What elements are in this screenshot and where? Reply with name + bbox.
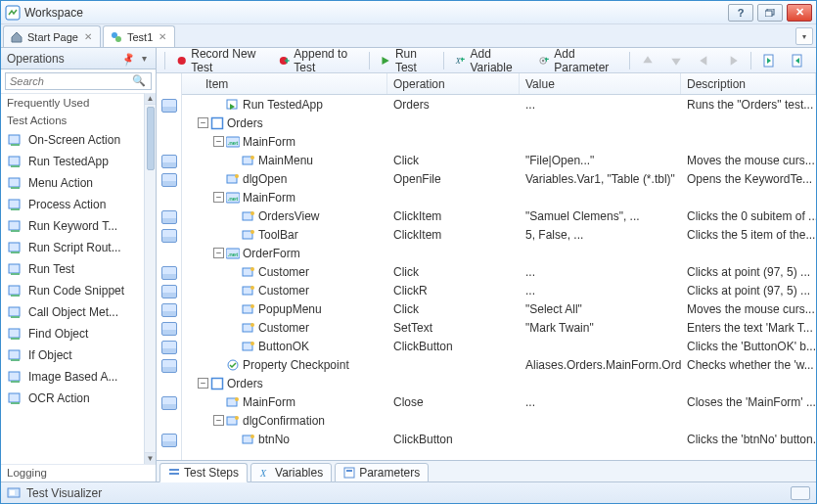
test-toolbar: Record New Test Append to Test Run Test … — [157, 48, 816, 73]
grid-row[interactable]: btnNoClickButtonClicks the 'btnNo' butto… — [182, 430, 816, 448]
record-new-test-button[interactable]: Record New Test — [170, 51, 270, 70]
grid-row[interactable]: ButtonOKClickButtonClicks the 'ButtonOK'… — [182, 337, 816, 355]
operation-item[interactable]: Image Based A... — [1, 366, 144, 388]
scroll-down-icon[interactable]: ▼ — [145, 452, 156, 464]
thumbnail-cell[interactable] — [157, 170, 181, 189]
thumbnail-cell[interactable] — [157, 96, 181, 115]
expand-toggle[interactable]: − — [198, 117, 208, 128]
row-value: ... — [520, 395, 681, 409]
col-item[interactable]: Item — [182, 73, 387, 94]
expand-toggle[interactable]: − — [213, 415, 224, 426]
thumbnail-cell[interactable] — [157, 226, 181, 245]
add-variable-button[interactable]: X Add Variable — [449, 51, 530, 70]
operation-item[interactable]: If Object — [1, 344, 144, 366]
row-value: Variables.Var1, "Table (*.tbl)" — [520, 172, 681, 186]
thumbnail-cell[interactable] — [157, 152, 181, 170]
thumbnail-cell[interactable] — [157, 319, 181, 338]
col-operation[interactable]: Operation — [387, 73, 520, 94]
add-parameter-button[interactable]: Add Parameter — [533, 51, 624, 70]
operation-item[interactable]: Run Script Rout... — [1, 237, 144, 258]
move-up-button[interactable] — [635, 51, 660, 70]
scroll-up-icon[interactable]: ▲ — [145, 93, 156, 105]
thumbnail-cell[interactable] — [157, 282, 181, 300]
tab-parameters[interactable]: Parameters — [335, 463, 429, 482]
thumbnail-cell[interactable] — [157, 207, 181, 226]
thumbnail-cell[interactable] — [157, 338, 181, 356]
run-test-button[interactable]: Run Test — [374, 51, 438, 70]
visualizer-expand-button[interactable] — [791, 486, 810, 500]
grid-row[interactable]: ToolBarClickItem5, False, ...Clicks the … — [182, 225, 816, 244]
grid-row[interactable]: −Orders — [182, 114, 816, 132]
grid-row[interactable]: −Orders — [182, 374, 816, 392]
help-button[interactable]: ? — [728, 4, 753, 22]
row-icon — [226, 395, 240, 409]
thumbnail-cell[interactable] — [157, 431, 181, 449]
thumbnail-cell[interactable] — [157, 263, 181, 282]
grid-row[interactable]: CustomerClick...Clicks at point (97, 5) … — [182, 262, 816, 281]
operation-item[interactable]: Run Test — [1, 258, 144, 280]
operation-item[interactable]: Call Object Met... — [1, 301, 144, 323]
expand-toggle[interactable]: − — [213, 248, 224, 258]
grid-row[interactable]: Run TestedAppOrders...Runs the "Orders" … — [182, 95, 816, 114]
grid-row[interactable]: CustomerSetText"Mark Twain"Enters the te… — [182, 318, 816, 337]
group-test-actions[interactable]: Test Actions — [1, 112, 144, 129]
grid-row[interactable]: −.netMainForm — [182, 132, 816, 151]
logging-group-header[interactable]: Logging — [1, 464, 156, 481]
expand-toggle[interactable]: − — [213, 136, 224, 147]
grid-row[interactable]: MainFormClose...Closes the 'MainForm' ..… — [182, 392, 816, 411]
grid-row[interactable]: CustomerClickR...Clicks at point (97, 5)… — [182, 281, 816, 299]
grid-row[interactable]: PopupMenuClick"Select All"Moves the mous… — [182, 299, 816, 318]
close-tab-icon[interactable]: ✕ — [82, 31, 94, 43]
operation-item[interactable]: OCR Action — [1, 388, 144, 409]
operation-item[interactable]: Menu Action — [1, 172, 144, 194]
search-icon[interactable]: 🔍 — [132, 74, 146, 87]
parameters-icon — [343, 467, 355, 479]
tab-start-page[interactable]: Start Page ✕ — [3, 25, 101, 47]
pin-icon[interactable]: 📌 — [120, 51, 136, 67]
move-down-button[interactable] — [663, 51, 689, 70]
grid-row[interactable]: Property CheckpointAliases.Orders.MainFo… — [182, 355, 816, 374]
thumbnail-cell[interactable] — [157, 356, 181, 375]
scroll-thumb[interactable] — [147, 107, 155, 170]
operation-item[interactable]: Run Keyword T... — [1, 215, 144, 237]
operation-item[interactable]: Run TestedApp — [1, 151, 144, 172]
operations-scrollbar[interactable]: ▲ ▼ — [144, 93, 156, 464]
operation-item[interactable]: Run Code Snippet — [1, 280, 144, 301]
close-tab-icon[interactable]: ✕ — [157, 31, 168, 43]
indent-right-button[interactable] — [720, 51, 746, 70]
operation-item[interactable]: Process Action — [1, 194, 144, 215]
svg-rect-6 — [9, 157, 20, 165]
restore-button[interactable] — [757, 4, 783, 22]
append-to-test-button[interactable]: Append to Test — [273, 51, 364, 70]
search-input[interactable] — [5, 72, 152, 90]
next-button[interactable] — [785, 51, 810, 70]
row-icon — [210, 377, 224, 390]
grid-row[interactable]: OrdersViewClickItem"Samuel Clemens", ...… — [182, 206, 816, 225]
thumbnail-cell — [157, 245, 181, 263]
tab-variables[interactable]: X Variables — [250, 463, 332, 482]
operation-item[interactable]: Find Object — [1, 323, 144, 344]
tab-overflow-button[interactable]: ▾ — [795, 27, 813, 45]
grid-row[interactable]: −.netMainForm — [182, 188, 816, 206]
tab-test1[interactable]: Test1 ✕ — [103, 25, 175, 47]
close-window-button[interactable]: ✕ — [787, 4, 812, 22]
grid-row[interactable]: −.netOrderForm — [182, 244, 816, 262]
grid-row[interactable]: MainMenuClick"File|Open..."Moves the mou… — [182, 151, 816, 169]
operation-item[interactable]: On-Screen Action — [1, 129, 144, 151]
add-variable-icon: X — [455, 54, 466, 68]
panel-menu-icon[interactable]: ▾ — [138, 53, 150, 65]
col-description[interactable]: Description — [681, 73, 816, 94]
group-frequently-used[interactable]: Frequently Used — [1, 94, 144, 112]
grid-row[interactable]: −dlgConfirmation — [182, 411, 816, 430]
grid-row[interactable]: dlgOpenOpenFileVariables.Var1, "Table (*… — [182, 169, 816, 188]
prev-button[interactable] — [756, 51, 782, 70]
grid-body[interactable]: Run TestedAppOrders...Runs the "Orders" … — [182, 95, 816, 460]
expand-toggle[interactable]: − — [213, 192, 224, 203]
expand-toggle[interactable]: − — [198, 378, 208, 389]
tab-test-steps[interactable]: Test Steps — [159, 463, 248, 482]
thumbnail-cell[interactable] — [157, 393, 181, 412]
test-visualizer-bar[interactable]: Test Visualizer — [1, 481, 816, 503]
indent-left-button[interactable] — [692, 51, 717, 70]
col-value[interactable]: Value — [520, 73, 681, 94]
thumbnail-cell[interactable] — [157, 300, 181, 319]
